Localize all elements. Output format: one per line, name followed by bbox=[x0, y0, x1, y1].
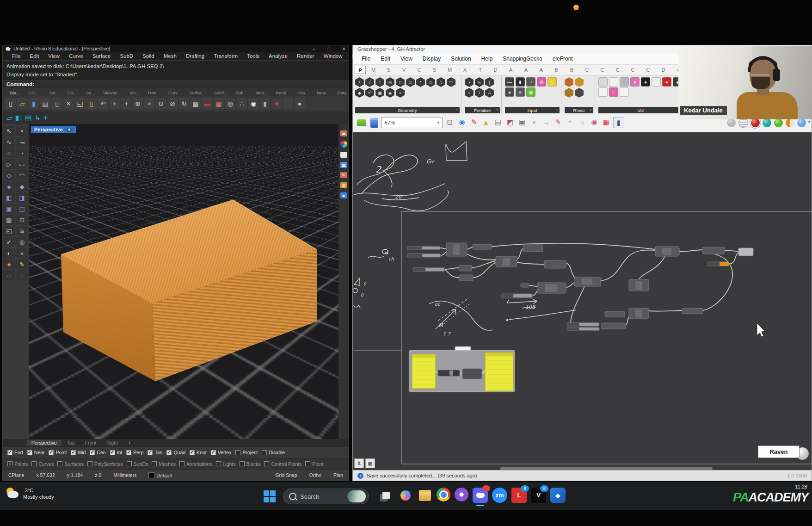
photos-icon[interactable] bbox=[550, 488, 566, 503]
rhino-command-prompt[interactable]: Command: bbox=[3, 80, 349, 88]
selection-x-icon[interactable]: → bbox=[541, 117, 551, 127]
grid-button[interactable]: ▦ bbox=[365, 458, 375, 468]
chevron-down-icon[interactable]: ▼ bbox=[66, 128, 73, 132]
arc-icon[interactable]: ▷ bbox=[3, 159, 15, 169]
polygon-icon[interactable]: ◇ bbox=[3, 170, 15, 180]
osnap-checkbox[interactable]: Perp bbox=[126, 450, 143, 455]
display-blue-sphere[interactable] bbox=[797, 118, 806, 127]
filter-checkbox[interactable]: Annotations bbox=[179, 461, 212, 467]
osnap-checkbox[interactable]: Near bbox=[27, 450, 45, 455]
circle-icon[interactable]: ○ bbox=[3, 148, 15, 158]
lock-icon[interactable]: ▮ bbox=[260, 98, 270, 109]
toolbar-tab[interactable]: New... bbox=[313, 90, 333, 96]
pan-icon[interactable]: + bbox=[110, 98, 120, 109]
undo-icon[interactable]: ↶ bbox=[98, 98, 108, 109]
copilot-icon[interactable] bbox=[398, 488, 413, 503]
gh-document-tab[interactable]: B bbox=[564, 67, 579, 73]
spotlight-icon[interactable]: ▮ bbox=[613, 117, 624, 128]
filter-checkbox[interactable]: SubDs bbox=[127, 461, 148, 467]
panel-display-icon[interactable] bbox=[340, 141, 347, 148]
save-icon[interactable]: ▮ bbox=[29, 98, 39, 109]
rhino-menu-item[interactable]: Tools bbox=[242, 53, 264, 59]
toolbar-tab[interactable]: Rend... bbox=[271, 90, 294, 96]
rhino-menu-item[interactable]: Transform bbox=[209, 53, 242, 59]
gh-curve-icon[interactable]: ◎ bbox=[386, 77, 394, 87]
remote-panel-icon[interactable]: ▣ bbox=[517, 117, 527, 127]
rhino-menu-item[interactable]: Curve bbox=[64, 53, 88, 59]
zoom-icon[interactable]: ⊕ bbox=[133, 98, 143, 109]
rhino-menu-item[interactable]: Drafting bbox=[181, 53, 209, 59]
ellipse-icon[interactable]: ◔ bbox=[16, 148, 28, 158]
curve-icon[interactable]: ∿ bbox=[3, 137, 15, 147]
toolbar-tab[interactable]: Tran... bbox=[143, 90, 164, 96]
panel-properties-icon[interactable]: ▰ bbox=[340, 130, 347, 136]
gh-boolean-icon[interactable]: ◑ bbox=[465, 77, 474, 87]
gh-cross-icon[interactable]: + bbox=[465, 88, 474, 98]
display-teal-sphere[interactable] bbox=[763, 118, 771, 127]
rhino-menu-item[interactable]: View bbox=[43, 53, 64, 59]
gh-subd-icon[interactable]: ◇ bbox=[426, 77, 435, 87]
gh-twist-icon[interactable]: ≈ bbox=[396, 88, 405, 98]
minimize-button[interactable]: – bbox=[313, 46, 315, 51]
filter-checkbox[interactable]: Point bbox=[305, 461, 323, 467]
display-red-sphere[interactable] bbox=[751, 118, 760, 127]
open-file-icon[interactable]: ▱ bbox=[17, 98, 27, 109]
gh-menu-item[interactable]: File bbox=[357, 56, 375, 62]
toolbar-tab[interactable]: Sub... bbox=[232, 90, 252, 96]
gh-document-tab[interactable]: A bbox=[518, 67, 534, 73]
toolbar-tab[interactable]: Dis... bbox=[63, 90, 82, 96]
loft-icon[interactable]: ≋ bbox=[16, 226, 28, 236]
gh-vector-icon[interactable]: + bbox=[355, 77, 364, 87]
gh-document-tab[interactable]: S bbox=[381, 67, 396, 73]
gh-document-tab[interactable]: D bbox=[656, 67, 671, 73]
pen-x-icon[interactable]: ✎ bbox=[553, 117, 563, 127]
gh-honeycomb-icon[interactable] bbox=[575, 77, 584, 87]
gh-menu-item[interactable]: Solution bbox=[446, 56, 476, 62]
gh-glasses-icon[interactable]: ∞ bbox=[598, 77, 608, 87]
gh-curve-prim-icon[interactable]: ∿ bbox=[475, 77, 484, 87]
pen-icon[interactable]: ✎ bbox=[16, 259, 28, 269]
analyze-icon[interactable]: ◐ bbox=[3, 248, 15, 258]
sphere-icon[interactable]: ● bbox=[295, 98, 305, 109]
units-label[interactable]: Millimeters bbox=[113, 472, 136, 478]
gh-jump-icon[interactable]: → bbox=[598, 87, 608, 97]
rotate-icon[interactable]: ↻ bbox=[179, 98, 189, 109]
loop-icon[interactable] bbox=[455, 488, 468, 501]
light-icon[interactable]: ◉ bbox=[248, 98, 258, 109]
viewport-tab[interactable]: Front bbox=[80, 440, 101, 446]
gh-circle-icon[interactable]: ○ bbox=[375, 77, 384, 87]
panel-layer-icon[interactable]: ■ bbox=[340, 192, 347, 198]
toolbar-tab[interactable]: Solid... bbox=[210, 90, 232, 96]
osnap-checkbox[interactable]: Vertex bbox=[211, 450, 232, 455]
zoom-extents-icon[interactable]: ⊘ bbox=[167, 98, 178, 109]
viewport-tab[interactable]: + bbox=[123, 440, 135, 446]
lens-icon[interactable]: ○ bbox=[577, 117, 587, 127]
rhino-viewport[interactable]: Perspective▼ bbox=[29, 124, 338, 439]
gh-rhino-bake-icon[interactable] bbox=[575, 88, 584, 98]
gh-arc-icon[interactable]: ◠ bbox=[447, 77, 455, 87]
rhino-app-icon[interactable]: V8 bbox=[531, 488, 546, 503]
windows-start-button[interactable] bbox=[264, 490, 276, 502]
display-orange-sphere[interactable] bbox=[786, 118, 794, 127]
patch-icon[interactable]: ⊡ bbox=[16, 215, 28, 225]
toolbar-tab[interactable]: Set... bbox=[45, 90, 63, 96]
layer-doc-icon[interactable]: ◧ bbox=[15, 114, 22, 122]
gh-document-tab[interactable]: A bbox=[503, 67, 518, 73]
tube-icon[interactable]: ◫ bbox=[16, 204, 28, 214]
gh-document-tab[interactable]: B bbox=[549, 67, 564, 73]
gh-document-tab[interactable]: S bbox=[427, 67, 442, 73]
copy-icon[interactable]: ◱ bbox=[75, 98, 85, 109]
fillet-icon[interactable]: ◠ bbox=[16, 170, 28, 180]
paste-icon[interactable]: ▯ bbox=[86, 98, 97, 109]
zoom-window-icon[interactable]: ⌖ bbox=[144, 98, 154, 109]
dots-icon[interactable]: ∴ bbox=[237, 98, 247, 109]
gh-document-tab[interactable]: P bbox=[355, 66, 366, 74]
gh-integer-icon[interactable]: 7 bbox=[475, 88, 484, 98]
zoom-extents-icon[interactable]: ⊡ bbox=[445, 117, 455, 127]
surface-icon[interactable]: ◈ bbox=[3, 181, 15, 192]
gh-button-icon[interactable]: ● bbox=[505, 87, 514, 97]
vray-icon[interactable]: ♥ bbox=[271, 98, 282, 109]
gh-graph-icon[interactable]: ∿ bbox=[547, 77, 557, 87]
extrude-icon[interactable]: ◰ bbox=[3, 226, 15, 236]
discord-icon[interactable] bbox=[473, 488, 488, 503]
